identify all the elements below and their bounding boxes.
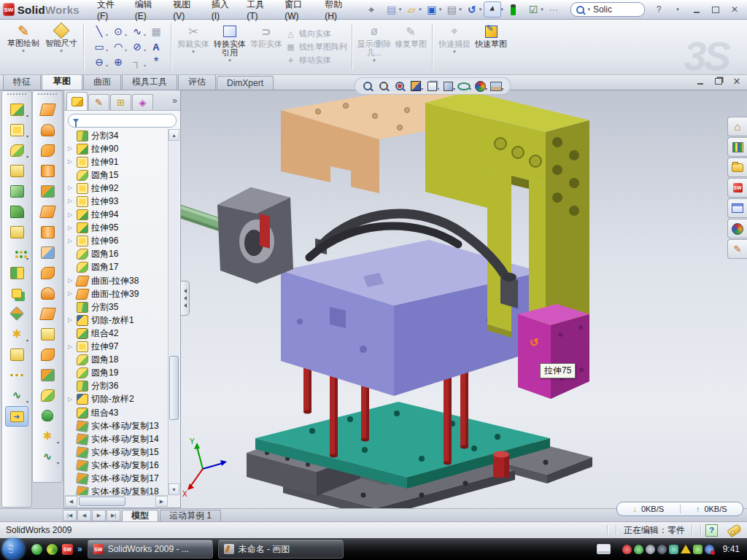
expand-arrow-icon[interactable]: ▷ [68,184,72,191]
task-pane-button[interactable] [727,158,747,177]
expand-arrow-icon[interactable]: ▷ [68,198,72,204]
scroll-up-icon[interactable]: ▲ [169,129,179,141]
toolbar-grip[interactable] [38,93,57,98]
toolbar-button[interactable]: ▾ [36,284,58,303]
view-tool-button[interactable] [425,79,438,93]
toolbar-button[interactable]: ▾ [6,345,28,364]
tree-vertical-scrollbar[interactable]: ▲ ▼ [168,129,179,495]
dropdown-arrow-icon[interactable]: ▾ [144,47,146,52]
scroll-left-icon[interactable]: ◀ [65,496,77,507]
quick-launch-icon[interactable]: » [77,544,82,555]
feature-tree-item[interactable]: ▷ 分割36 [66,380,168,393]
expand-arrow-icon[interactable]: ▷ [68,396,72,402]
sketch-entity-button[interactable]: ▾ [147,24,165,39]
feature-tree-item[interactable]: ▷ 实体-移动/复制15 [66,446,168,459]
quick-access-button[interactable] [525,2,541,17]
tray-icon[interactable] [646,545,655,554]
expand-arrow-icon[interactable]: ▷ [68,211,72,218]
input-language-icon[interactable] [597,544,611,554]
convert-entities-button[interactable]: 转换实体引用 ▾ [212,19,248,74]
rapid-sketch-button[interactable]: 快速草图 [473,19,509,74]
dropdown-arrow-icon[interactable]: ▾ [106,63,108,68]
toolbar-button[interactable]: ▾ [6,120,28,139]
toolbar-button[interactable]: ▾ [6,304,28,323]
sketch-entity-button[interactable]: ▾ [109,24,127,39]
sketch-entity-button[interactable]: ▾ [90,39,108,55]
quick-access-button[interactable] [444,2,460,17]
toolbar-button[interactable]: ▾ [36,243,58,262]
sketch-entity-button[interactable]: ▾ [90,24,108,39]
quick-launch-icon[interactable] [31,544,42,555]
taskbar-task-button[interactable]: SW SolidWorks 2009 - ... [88,540,213,559]
sketch-button[interactable]: 草图绘制 ▾ [4,19,42,74]
dropdown-arrow-icon[interactable]: ▾ [144,63,146,68]
feature-tree-item[interactable]: ▷ 曲面-拉伸39 [66,287,168,300]
expand-arrow-icon[interactable]: ▷ [68,316,72,323]
sketch-entity-button[interactable]: ▾ [147,39,165,55]
quick-access-button[interactable] [546,2,562,17]
scroll-thumb[interactable] [79,497,125,506]
feature-tree-item[interactable]: ▷ 实体-移动/复制17 [66,472,168,485]
toolbar-button[interactable]: ▾ [36,100,58,119]
start-button[interactable] [2,538,24,560]
restore-button[interactable] [709,4,722,15]
tray-icon[interactable] [634,545,643,554]
help-button[interactable]: ? [652,4,665,15]
toolbar-button[interactable]: ▾ [36,304,58,323]
clock[interactable]: 9:41 [723,544,740,554]
feature-tree-item[interactable]: ▷ 拉伸94 [66,209,168,222]
quick-tips-button[interactable]: ? [705,524,718,537]
menu-item[interactable]: 窗口(W) [277,0,317,19]
menu-item[interactable]: 工具(T) [239,0,277,19]
toolbar-button[interactable]: ▾ [36,120,58,139]
toolbar-button[interactable]: ▾ [6,182,28,201]
dropdown-arrow-icon[interactable]: ▾ [60,48,63,54]
toolbar-button[interactable]: ▾ [6,365,28,384]
sketch-entity-button[interactable]: ▾ [109,39,127,55]
feature-manager-tab[interactable] [66,92,88,110]
scroll-thumb[interactable] [169,356,179,419]
minimize-button[interactable] [690,4,703,15]
feature-manager-tab[interactable] [88,94,109,110]
task-pane-button[interactable] [727,239,747,259]
document-tab[interactable]: 模型 [122,510,158,521]
search-input[interactable]: Solic [593,4,612,15]
dropdown-arrow-icon[interactable]: ▾ [57,440,59,445]
view-tool-button[interactable] [489,79,503,93]
dropdown-arrow-icon[interactable]: ▾ [26,338,28,343]
menu-item[interactable]: 文件(F) [90,0,128,19]
tray-icon[interactable] [622,545,632,554]
sketch-entity-button[interactable]: ▾ [128,39,146,55]
feature-tree-item[interactable]: ▷ 圆角18 [66,354,168,367]
close-button[interactable]: ✕ [728,4,741,15]
dropdown-arrow-icon[interactable]: ▾ [26,154,28,159]
toolbar-button[interactable]: ▾ [36,161,58,180]
toolbar-button[interactable]: ▾ [6,161,28,180]
view-tool-button[interactable] [361,79,374,93]
command-tab[interactable]: 曲面 [83,74,121,90]
expand-arrow-icon[interactable]: ▷ [68,145,72,152]
dropdown-arrow-icon[interactable]: ▾ [26,256,28,261]
taskbar-task-button[interactable]: 未命名 - 画图 [218,540,344,559]
quick-access-button[interactable] [424,2,440,17]
feature-tree-item[interactable]: ▷ 拉伸92 [66,182,168,195]
quick-access-button[interactable] [363,2,379,17]
dropdown-arrow-icon[interactable]: ▾ [22,48,25,54]
menu-item[interactable]: 帮助(H) [317,0,356,19]
dropdown-arrow-icon[interactable]: ▾ [125,47,127,52]
feature-tree-item[interactable]: ▷ 拉伸90 [66,142,168,155]
tree-horizontal-scrollbar[interactable]: ◀ ▶ [65,495,168,507]
expand-arrow-icon[interactable]: ▷ [68,343,72,350]
smart-dimension-button[interactable]: 智能尺寸 ▾ [42,19,80,74]
toolbar-button[interactable]: ▾ [6,263,28,282]
scroll-down-icon[interactable]: ▼ [169,483,179,495]
sketch-entity-button[interactable]: ▾ [128,24,146,39]
task-pane-button[interactable] [727,137,747,157]
search-dropdown-icon[interactable]: ▾ [587,7,590,12]
feature-tree-item[interactable]: ▷ 实体-移动/复制13 [66,419,168,432]
quick-access-button[interactable] [384,2,400,17]
feature-manager-tab[interactable] [110,94,131,110]
feature-tree-item[interactable]: ▷ 拉伸93 [66,195,168,208]
sketch-entity-button[interactable]: ▾ [128,55,146,70]
command-tab[interactable]: 评估 [178,74,216,90]
